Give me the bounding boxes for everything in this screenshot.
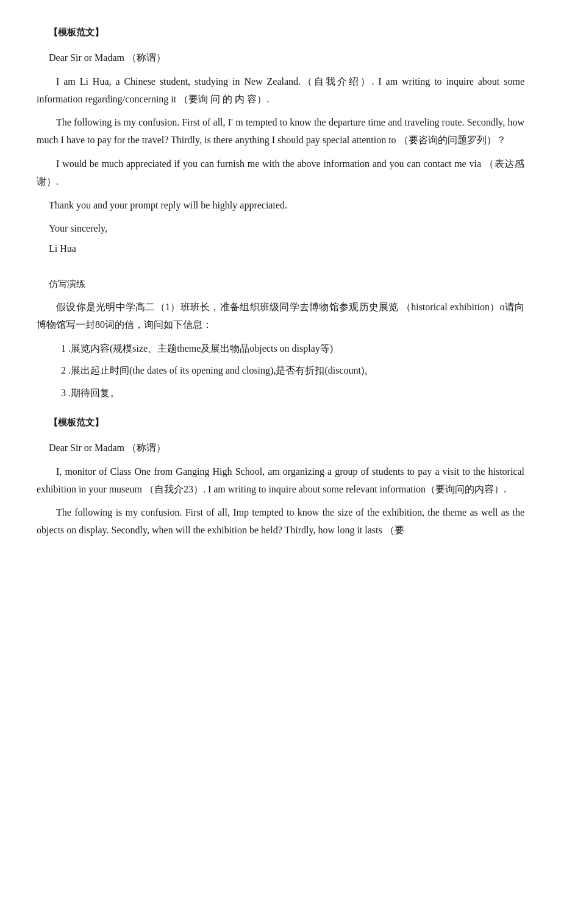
- para1-section2: I, monitor of Class One from Ganging Hig…: [37, 463, 524, 499]
- list-item-1: 1 .展览内容(规模size、主题theme及展出物品objects on di…: [61, 340, 524, 358]
- closing2: Li Hua: [49, 240, 524, 258]
- para4-section1: Thank you and your prompt reply will be …: [49, 197, 524, 215]
- practice-section: 仿写演练 假设你是光明中学高二（1）班班长，准备组织班级同学去博物馆参观历史展览…: [37, 276, 524, 402]
- practice-para: 假设你是光明中学高二（1）班班长，准备组织班级同学去博物馆参观历史展览 （his…: [37, 299, 524, 334]
- list-item-3: 3 .期待回复。: [61, 385, 524, 402]
- salutation-1: Dear Sir or Madam （称谓）: [49, 49, 524, 67]
- para3-section1: I would be much appreciated if you can f…: [37, 155, 524, 191]
- section2: 【模板范文】 Dear Sir or Madam （称谓） I, monitor…: [37, 414, 524, 539]
- para2-section2: The following is my confusion. First of …: [37, 504, 524, 539]
- section1-tag: 【模板范文】: [49, 24, 524, 41]
- list-item-2: 2 .展出起止时间(the dates of its opening and c…: [61, 362, 524, 380]
- salutation-2: Dear Sir or Madam （称谓）: [49, 439, 524, 457]
- section2-tag: 【模板范文】: [49, 414, 524, 431]
- practice-title: 仿写演练: [49, 276, 524, 293]
- para2-section1: The following is my confusion. First of …: [37, 114, 524, 149]
- para1-section1: I am Li Hua, a Chinese student, studying…: [37, 73, 524, 108]
- closing1: Your sincerely,: [49, 220, 524, 238]
